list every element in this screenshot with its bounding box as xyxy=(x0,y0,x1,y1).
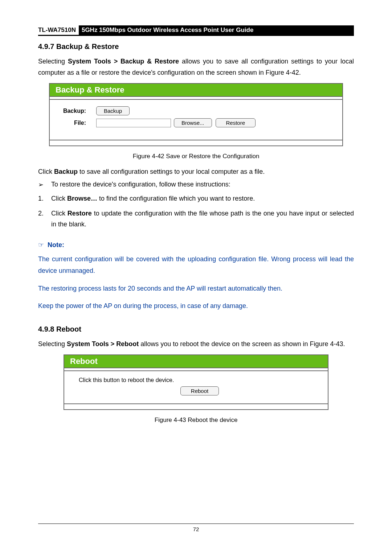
step-number: 2. xyxy=(38,208,51,230)
backup-intro-paragraph: Selecting System Tools > Backup & Restor… xyxy=(38,56,354,78)
text: Click xyxy=(51,210,68,217)
section-heading-reboot: 4.9.8 Reboot xyxy=(38,325,354,333)
reboot-instruction-text: Click this button to reboot the device. xyxy=(79,377,324,383)
reboot-button-wrap: Reboot xyxy=(79,383,324,397)
panel-body: Backup: Backup File: Browse... Restore xyxy=(50,100,342,140)
text: to update the configuration with the fil… xyxy=(51,210,354,228)
panel-title: Backup & Restore xyxy=(50,84,342,96)
note-p3: Keep the power of the AP on during the p… xyxy=(38,300,354,312)
page-number: 72 xyxy=(193,526,199,532)
panel-body: Click this button to reboot the device. … xyxy=(64,371,328,403)
note-p2: The restoring process lasts for 20 secon… xyxy=(38,283,354,294)
panel-divider xyxy=(50,96,342,100)
text: Click xyxy=(38,168,54,175)
backup-restore-panel: Backup & Restore Backup: Backup File: Br… xyxy=(49,83,343,146)
text: Selecting xyxy=(38,340,67,348)
note-p1: The current configuration will be covere… xyxy=(38,253,354,277)
step-text: Click Browse… to find the configuration … xyxy=(51,193,255,204)
text: to find the configuration file which you… xyxy=(97,195,255,202)
section-heading-backup: 4.9.7 Backup & Restore xyxy=(38,42,354,51)
text: To restore the device's configuration, f… xyxy=(51,181,230,189)
panel-title: Reboot xyxy=(64,355,328,368)
panel-footer xyxy=(64,403,328,409)
step-1: 1. Click Browse… to find the configurati… xyxy=(38,193,354,204)
text: Click xyxy=(51,195,67,202)
text: to save all configuration settings to yo… xyxy=(78,168,265,175)
text-bold: System Tools > Backup & Restore xyxy=(68,58,179,65)
panel-footer xyxy=(50,140,342,145)
text: Selecting xyxy=(38,58,68,65)
model-badge: TL-WA7510N xyxy=(38,25,79,35)
row-backup: Backup: Backup xyxy=(53,106,339,115)
step-2: 2. Click Restore to update the configura… xyxy=(38,208,354,230)
arrow-icon: ➢ xyxy=(38,181,51,189)
step-number: 1. xyxy=(38,193,51,204)
figure-caption-43: Figure 4-43 Reboot the device xyxy=(38,416,354,424)
figure-caption-42: Figure 4-42 Save or Restore the Configur… xyxy=(38,153,354,160)
reboot-button[interactable]: Reboot xyxy=(180,386,219,395)
backup-button[interactable]: Backup xyxy=(96,106,130,115)
doc-title: 5GHz 150Mbps Outdoor Wireless Access Poi… xyxy=(79,25,354,35)
file-path-input[interactable] xyxy=(96,119,171,127)
hand-icon: ☞ xyxy=(38,241,44,249)
text-bold: Backup xyxy=(54,168,78,175)
text-bold: System Tools > Reboot xyxy=(67,340,139,348)
reboot-intro-paragraph: Selecting System Tools > Reboot allows y… xyxy=(38,338,354,350)
restore-instructions-bullet: ➢ To restore the device's configuration,… xyxy=(38,181,354,189)
doc-header: TL-WA7510N 5GHz 150Mbps Outdoor Wireless… xyxy=(38,25,354,36)
label-file: File: xyxy=(53,120,96,126)
row-file: File: Browse... Restore xyxy=(53,118,339,127)
reboot-panel: Reboot Click this button to reboot the d… xyxy=(64,354,328,410)
step-text: Click Restore to update the configuratio… xyxy=(51,208,354,230)
label-backup: Backup: xyxy=(53,108,96,114)
text: allows you to reboot the device on the s… xyxy=(139,340,345,348)
text-bold: Browse… xyxy=(67,195,97,202)
page-footer: 72 xyxy=(38,524,354,532)
text-bold: Restore xyxy=(68,210,92,217)
note-heading: ☞Note: xyxy=(38,241,354,249)
restore-button[interactable]: Restore xyxy=(216,118,256,127)
click-backup-line: Click Backup to save all configuration s… xyxy=(38,168,354,176)
note-label: Note: xyxy=(48,241,64,249)
panel-divider xyxy=(64,368,328,371)
browse-button[interactable]: Browse... xyxy=(174,118,212,127)
